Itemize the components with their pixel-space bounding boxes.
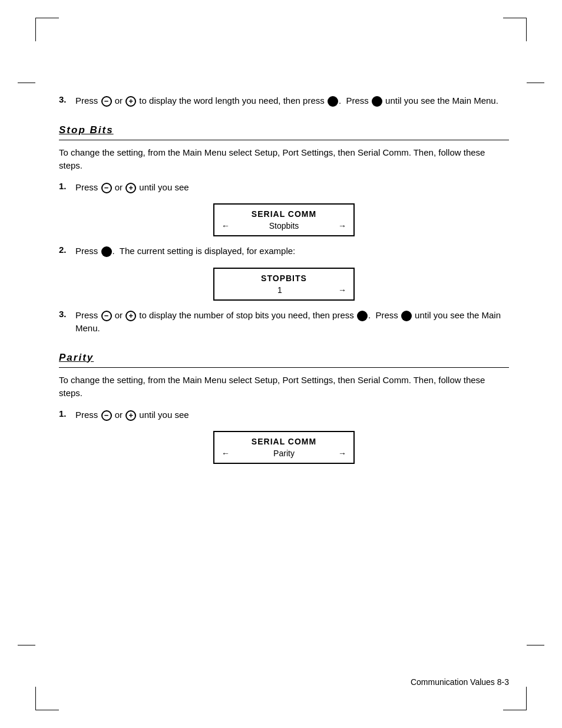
corner-mark-tr-v — [526, 18, 527, 41]
corner-mark-tr-h — [503, 18, 527, 18]
stopbits-step3: 3. Press − or + to display the number of… — [59, 309, 509, 335]
corner-mark-tl-h — [35, 18, 59, 18]
minus-icon-p1: − — [101, 410, 112, 421]
minus-icon-1: − — [101, 96, 112, 107]
corner-mark-br-h — [503, 710, 527, 710]
step-text-p1: Press − or + until you see — [75, 409, 189, 422]
page-footer: Communication Values 8-3 — [411, 677, 509, 687]
corner-mark-bl-v — [35, 687, 36, 710]
stopbits-heading: Stop Bits — [59, 124, 509, 136]
lcd-stopbits-1-label: Stopbits — [269, 221, 299, 230]
stopbits-intro: To change the setting, from the Main Men… — [59, 146, 509, 173]
intro-step3: 3. Press − or + to display the word leng… — [59, 94, 509, 108]
filled-icon-sb3b — [401, 311, 412, 321]
stopbits-step1: 1. Press − or + until you see — [59, 181, 509, 195]
side-mark-right-top — [527, 83, 544, 83]
minus-icon-sb1: − — [101, 183, 112, 193]
filled-icon-2 — [372, 96, 382, 107]
lcd-parity-1: SERIAL COMM Parity — [213, 431, 355, 464]
step-text-sb2: Press . The current setting is displayed… — [75, 245, 295, 258]
stopbits-step2: 2. Press . The current setting is displa… — [59, 245, 509, 258]
step-text-sb1: Press − or + until you see — [75, 181, 189, 195]
lcd-right-arrow-sb1 — [338, 221, 346, 230]
corner-mark-tl-v — [35, 18, 36, 41]
plus-icon-sb3: + — [125, 311, 136, 321]
filled-icon-1 — [328, 96, 338, 107]
parity-divider — [59, 367, 509, 368]
step-text-3-intro: Press − or + to display the word length … — [75, 94, 498, 108]
corner-mark-br-v — [526, 687, 527, 710]
filled-icon-sb2 — [101, 246, 112, 257]
lcd-left-arrow-sb1 — [222, 221, 230, 230]
step-number-sb1: 1. — [59, 181, 75, 191]
side-mark-left-top — [18, 83, 35, 83]
lcd-stopbits-1: SERIAL COMM Stopbits — [213, 203, 355, 236]
parity-heading: Parity — [59, 352, 509, 364]
lcd-stopbits-2-title: STOPBITS — [222, 274, 346, 283]
plus-icon-1: + — [125, 96, 136, 107]
lcd-parity-1-title: SERIAL COMM — [222, 437, 346, 446]
step-number-sb3: 3. — [59, 309, 75, 319]
parity-intro: To change the setting, from the Main Men… — [59, 374, 509, 400]
lcd-parity-1-row: Parity — [222, 449, 346, 458]
plus-icon-sb1: + — [125, 183, 136, 193]
step-number-p1: 1. — [59, 409, 75, 419]
side-mark-left-bottom — [18, 645, 35, 645]
lcd-stopbits-1-row: Stopbits — [222, 221, 346, 230]
minus-icon-sb3: − — [101, 311, 112, 321]
stopbits-divider — [59, 140, 509, 140]
step-number-sb2: 2. — [59, 245, 75, 255]
lcd-stopbits-2: STOPBITS 1 — [213, 268, 355, 301]
page: 3. Press − or + to display the word leng… — [0, 0, 562, 728]
lcd-right-arrow-p1 — [338, 449, 346, 458]
lcd-parity-1-label: Parity — [273, 449, 295, 458]
side-mark-right-bottom — [527, 645, 544, 645]
lcd-stopbits-1-title: SERIAL COMM — [222, 209, 346, 219]
lcd-stopbits-2-value: 1 — [277, 285, 282, 295]
filled-icon-sb3a — [357, 311, 368, 321]
plus-icon-p1: + — [125, 410, 136, 421]
parity-step1: 1. Press − or + until you see — [59, 409, 509, 422]
lcd-left-arrow-p1 — [222, 449, 230, 458]
lcd-right-arrow-sb2 — [338, 285, 346, 295]
corner-mark-bl-h — [35, 710, 59, 710]
content: 3. Press − or + to display the word leng… — [59, 94, 509, 464]
lcd-stopbits-2-row: 1 — [222, 285, 346, 295]
step-number-3-intro: 3. — [59, 94, 75, 104]
step-text-sb3: Press − or + to display the number of st… — [75, 309, 509, 335]
